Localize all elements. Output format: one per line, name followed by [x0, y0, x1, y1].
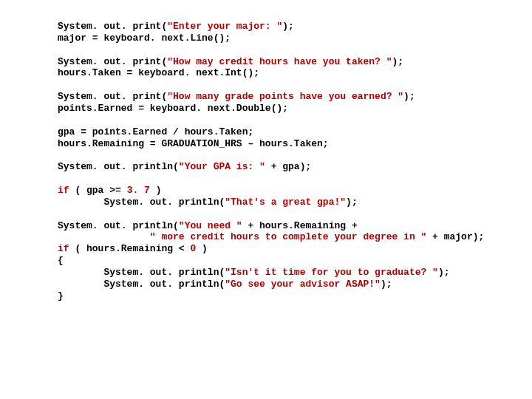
- code-block: System. out. print("Enter your major: ")…: [0, 0, 532, 302]
